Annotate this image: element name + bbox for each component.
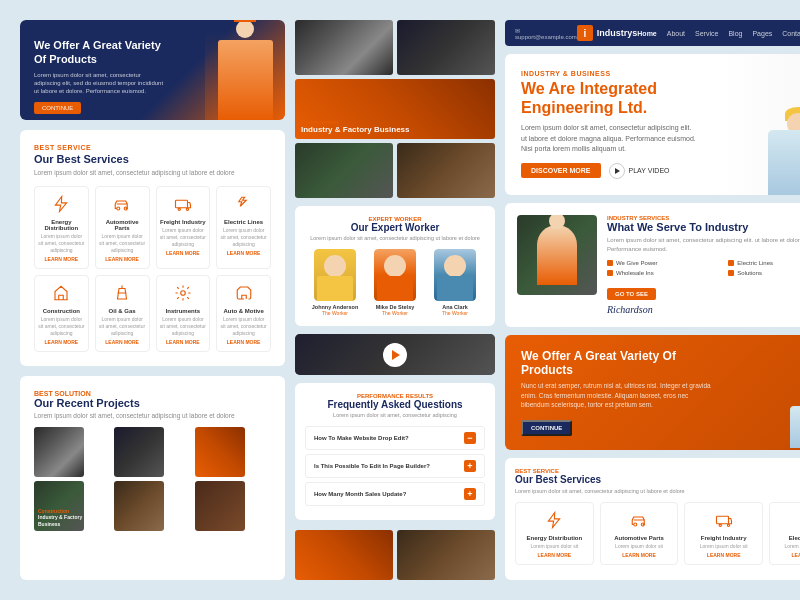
services-card-left: BEST SERVICE Our Best Services Lorem ips…: [20, 130, 285, 366]
learn-more-3[interactable]: LEARN MORE: [220, 250, 267, 256]
hero-description: Lorem ipsum dolor sit amet, consectetur …: [521, 123, 697, 155]
worker-2-body: [377, 276, 413, 301]
learn-more-7[interactable]: LEARN MORE: [220, 339, 267, 345]
mini-learn-more-3[interactable]: LEARN MORE: [773, 552, 800, 558]
faq-card: PERFORMANCE RESULTS Frequently Asked Que…: [295, 383, 495, 520]
faq-toggle-3[interactable]: +: [464, 488, 476, 500]
pw-body: [790, 406, 800, 448]
faq-toggle-1[interactable]: −: [464, 432, 476, 444]
svg-rect-2: [175, 200, 187, 208]
hero-left-btn[interactable]: CONTINUE: [34, 102, 81, 114]
worker-1-body: [317, 276, 353, 301]
service-mini-auto: Automotive Parts Lorem ipsum dolor sit L…: [600, 502, 679, 565]
hero-card-left: We Offer A Great Variety Of Products Lor…: [20, 20, 285, 120]
serve-heading: What We Serve To Industry: [607, 221, 800, 233]
nav-blog[interactable]: Blog: [728, 30, 742, 37]
faq-toggle-2[interactable]: +: [464, 460, 476, 472]
nav-contact[interactable]: Contact: [782, 30, 800, 37]
mini-service-name-2: Freight Industry: [688, 535, 759, 541]
service-mini-freight: Freight Industry Lorem ipsum dolor sit L…: [684, 502, 763, 565]
freight-icon: [172, 193, 194, 215]
services-mini: BEST SERVICE Our Best Services Lorem ips…: [505, 458, 800, 580]
serve-btn[interactable]: GO TO SEE: [607, 288, 656, 300]
nav-pages[interactable]: Pages: [752, 30, 772, 37]
mini-service-name-0: Energy Distribution: [519, 535, 590, 541]
learn-more-1[interactable]: LEARN MORE: [99, 256, 146, 262]
serve-worker-overlay: [517, 215, 597, 295]
site-header: ✉ support@example.com Industrys Home Abo…: [505, 20, 800, 46]
play-button[interactable]: [383, 343, 407, 367]
learn-more-4[interactable]: LEARN MORE: [38, 339, 85, 345]
project-thumb-6: [195, 481, 245, 531]
mini-service-name-3: Electric Lines: [773, 535, 800, 541]
energy-icon: [50, 193, 72, 215]
service-name-6: Instruments: [160, 308, 207, 314]
learn-more-0[interactable]: LEARN MORE: [38, 256, 85, 262]
hero-buttons: DISCOVER MORE PLAY VIDEO: [521, 163, 697, 179]
nav-about[interactable]: About: [667, 30, 685, 37]
serve-desc: Lorem ipsum dolor sit amet, consectetur …: [607, 236, 800, 254]
serve-section: INDUSTRY SERVICES What We Serve To Indus…: [505, 203, 800, 327]
stat-3: Wholesale Ins: [607, 270, 724, 276]
service-desc-2: Lorem ipsum dolor sit amet, consectetur …: [160, 227, 207, 248]
faq-side-imgs: [295, 530, 495, 580]
nav-items: Home About Service Blog Pages Contact: [637, 30, 800, 37]
construction-icon: [50, 282, 72, 304]
discover-btn[interactable]: DISCOVER MORE: [521, 163, 601, 178]
worker-silhouette: [755, 95, 800, 195]
learn-more-6[interactable]: LEARN MORE: [160, 339, 207, 345]
faq-item-3[interactable]: How Many Month Sales Update? +: [305, 482, 485, 506]
projects-grid: Construction Industry & Factory Business: [34, 427, 271, 531]
stat-dot-1: [607, 260, 613, 266]
service-desc-1: Lorem ipsum dolor sit amet, consectetur …: [99, 233, 146, 254]
worker-3-body: [437, 276, 473, 301]
service-name-7: Auto & Motive: [220, 308, 267, 314]
left-panel: We Offer A Great Variety Of Products Lor…: [20, 20, 285, 580]
mini-freight-icon: [713, 509, 735, 531]
grid-img-1: [295, 20, 393, 75]
mini-energy-icon: [543, 509, 565, 531]
learn-more-2[interactable]: LEARN MORE: [160, 250, 207, 256]
stat-1: We Give Power: [607, 260, 724, 266]
mini-learn-more-0[interactable]: LEARN MORE: [519, 552, 590, 558]
hero-content: INDUSTRY & BUSINESS We Are Integrated En…: [521, 70, 697, 179]
faq-question-1: How To Make Website Drop Edit?: [314, 435, 409, 441]
faq-item-1[interactable]: How To Make Website Drop Edit? −: [305, 426, 485, 450]
play-btn-hero[interactable]: PLAY VIDEO: [609, 163, 670, 179]
main-container: We Offer A Great Variety Of Products Lor…: [0, 0, 800, 600]
worker-role-2: The Worker: [368, 310, 423, 316]
products-btn[interactable]: CONTINUE: [521, 420, 572, 436]
project-thumb-1: [34, 427, 84, 477]
middle-panel: Construction Industry & Factory Business…: [295, 20, 495, 580]
automotive-icon: [111, 193, 133, 215]
header-contact: ✉ support@example.com: [515, 27, 577, 40]
nav-home[interactable]: Home: [637, 30, 656, 37]
grid-img-2: [397, 20, 495, 75]
products-worker: [783, 380, 800, 450]
mini-learn-more-2[interactable]: LEARN MORE: [688, 552, 759, 558]
faq-item-2[interactable]: Is This Possible To Edit In Page Builder…: [305, 454, 485, 478]
expert-heading: Our Expert Worker: [305, 222, 485, 233]
nav-service[interactable]: Service: [695, 30, 718, 37]
service-oil-gas: Oil & Gas Lorem ipsum dolor sit amet, co…: [95, 275, 150, 352]
worker-role-3: The Worker: [428, 310, 483, 316]
project-thumb-3: [195, 427, 245, 477]
project-thumb-2: [114, 427, 164, 477]
services-mini-grid: Energy Distribution Lorem ipsum dolor si…: [515, 502, 800, 565]
learn-more-5[interactable]: LEARN MORE: [99, 339, 146, 345]
hero-left-desc: Lorem ipsum dolor sit amet, consectetur …: [34, 71, 164, 96]
service-name-4: Construction: [38, 308, 85, 314]
mini-service-name-1: Automotive Parts: [604, 535, 675, 541]
auto-motive-icon: [233, 282, 255, 304]
svg-point-6: [634, 523, 637, 526]
services-mini-heading: Our Best Services: [515, 474, 800, 485]
logo-icon: [577, 25, 593, 41]
right-panel: ✉ support@example.com Industrys Home Abo…: [505, 20, 800, 580]
serve-signature: Richardson: [607, 304, 800, 315]
logo-text: Industrys: [597, 28, 638, 38]
body-main: [768, 130, 800, 195]
worker-3-head: [444, 255, 466, 277]
mini-learn-more-1[interactable]: LEARN MORE: [604, 552, 675, 558]
mini-service-desc-2: Lorem ipsum dolor sit: [688, 543, 759, 550]
grid-img-3: [295, 143, 393, 198]
